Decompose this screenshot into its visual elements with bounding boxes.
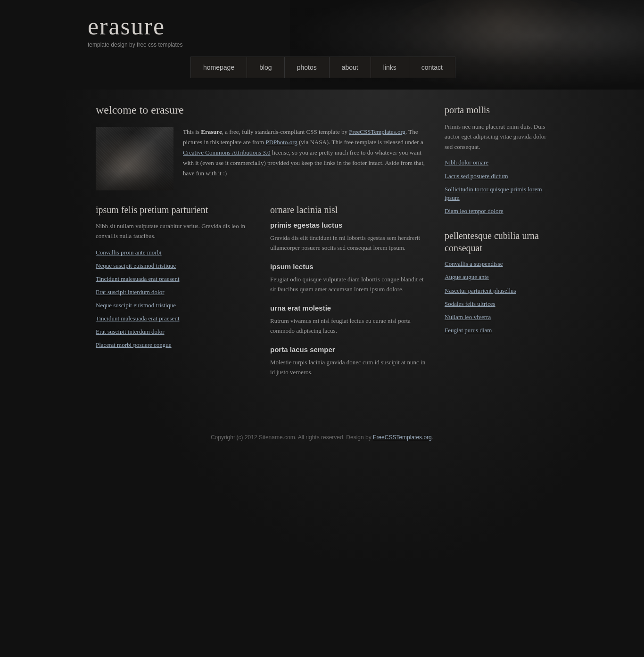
col-right-subsection: porta lacus semperMolestie turpis lacini… bbox=[270, 345, 430, 378]
page-wrapper: welcome to erasure This is Erasure, a fr… bbox=[86, 90, 558, 387]
sidebar-text: Primis nec nunc placerat enim duis. Duis… bbox=[445, 122, 548, 152]
list-item: Placerat morbi posuere congue bbox=[96, 341, 256, 349]
list-item: Nascetur parturient phasellus bbox=[445, 287, 548, 295]
nav-list: homepageblogphotosaboutlinkscontact bbox=[190, 57, 455, 78]
welcome-link1[interactable]: FreeCSSTemplates.org bbox=[349, 128, 405, 135]
col-right-subheading: primis egestas luctus bbox=[270, 221, 430, 229]
col-left-link[interactable]: Erat suscipit interdum dolor bbox=[96, 328, 165, 335]
welcome-image bbox=[96, 127, 173, 190]
col-right-subsection: primis egestas luctusGravida dis elit ti… bbox=[270, 221, 430, 253]
col-right-subtext: Feugiat odio quisque vulputate diam lobo… bbox=[270, 274, 430, 295]
main-nav: homepageblogphotosaboutlinkscontact bbox=[190, 57, 455, 78]
list-item: Augue augue ante bbox=[445, 273, 548, 281]
list-item: Tincidunt malesuada erat praesent bbox=[96, 315, 256, 322]
sidebar-section: pellentesque cubilia urna consequatConva… bbox=[445, 230, 548, 335]
list-item: Diam leo tempor dolore bbox=[445, 207, 548, 215]
nav-item-about[interactable]: about bbox=[330, 57, 371, 78]
main-content: welcome to erasure This is Erasure, a fr… bbox=[96, 90, 548, 387]
nav-item-contact[interactable]: contact bbox=[409, 57, 455, 78]
list-item: Convallis a suspendisse bbox=[445, 260, 548, 268]
nav-item-links[interactable]: links bbox=[371, 57, 409, 78]
list-item: Feugiat purus diam bbox=[445, 326, 548, 335]
sidebar-link[interactable]: Nascetur parturient phasellus bbox=[445, 287, 516, 294]
col-right-subtext: Molestie turpis lacinia gravida donec cu… bbox=[270, 357, 430, 378]
col-left-link[interactable]: Erat suscipit interdum dolor bbox=[96, 288, 165, 296]
sidebar-link[interactable]: Feugiat purus diam bbox=[445, 327, 492, 334]
col-left-link[interactable]: Tincidunt malesuada erat praesent bbox=[96, 315, 180, 322]
list-item: Sollicitudin tortor quisque primis lorem… bbox=[445, 185, 548, 202]
site-subtitle: template design by free css templates bbox=[88, 41, 182, 48]
footer-text: Copyright (c) 2012 Sitename.com. All rig… bbox=[211, 434, 373, 441]
footer-period: . bbox=[432, 434, 433, 441]
col-right-sections: primis egestas luctusGravida dis elit ti… bbox=[270, 221, 430, 378]
sidebar-links: Nibh dolor ornareLacus sed posuere dictu… bbox=[445, 158, 548, 215]
welcome-link2[interactable]: PDPhoto.org bbox=[265, 139, 297, 146]
col-left-heading: ipsum felis pretium parturient bbox=[96, 205, 256, 215]
welcome-part1: , a free, fully standards-compliant CSS … bbox=[222, 128, 349, 135]
sidebar-link[interactable]: Nibh dolor ornare bbox=[445, 159, 488, 166]
footer: Copyright (c) 2012 Sitename.com. All rig… bbox=[0, 415, 644, 455]
nav-item-homepage[interactable]: homepage bbox=[191, 57, 247, 78]
col-right-subheading: urna erat molestie bbox=[270, 304, 430, 312]
sidebar-links: Convallis a suspendisseAugue augue anteN… bbox=[445, 260, 548, 335]
welcome-part3: (via NASA). This free template is releas… bbox=[297, 139, 423, 146]
sidebar-link[interactable]: Nullam leo viverra bbox=[445, 313, 491, 320]
sidebar-section: porta mollisPrimis nec nunc placerat eni… bbox=[445, 104, 548, 215]
site-title-block: erasure template design by free css temp… bbox=[88, 14, 182, 48]
col-right-subtext: Rutrum vivamus mi nisl feugiat lectus eu… bbox=[270, 316, 430, 336]
sidebar-heading: pellentesque cubilia urna consequat bbox=[445, 230, 548, 254]
list-item: Erat suscipit interdum dolor bbox=[96, 288, 256, 296]
col-left-link[interactable]: Convallis proin ante morbi bbox=[96, 249, 162, 256]
sidebar-link[interactable]: Convallis a suspendisse bbox=[445, 260, 503, 267]
col-right-heading: ornare lacinia nisl bbox=[270, 205, 430, 215]
welcome-inner: This is Erasure, a free, fully standards… bbox=[96, 127, 430, 190]
nav-item-photos[interactable]: photos bbox=[285, 57, 330, 78]
welcome-brand: Erasure bbox=[201, 128, 222, 135]
col-right-subheading: ipsum lectus bbox=[270, 263, 430, 271]
welcome-body-intro: This is bbox=[183, 128, 201, 135]
content-left: welcome to erasure This is Erasure, a fr… bbox=[96, 104, 430, 387]
welcome-link3[interactable]: Creative Commons Attributions 3.0 bbox=[183, 149, 271, 156]
col-right: ornare lacinia nisl primis egestas luctu… bbox=[270, 205, 430, 387]
list-item: Nibh dolor ornare bbox=[445, 158, 548, 167]
two-col: ipsum felis pretium parturient Nibh sit … bbox=[96, 205, 430, 387]
col-left-links: Convallis proin ante morbiNeque suscipit… bbox=[96, 249, 256, 349]
welcome-heading: welcome to erasure bbox=[96, 104, 430, 119]
col-left-link[interactable]: Neque suscipit euismod tristique bbox=[96, 302, 176, 309]
nav-item-blog[interactable]: blog bbox=[247, 57, 284, 78]
site-title: erasure bbox=[88, 14, 182, 39]
list-item: Tincidunt malesuada erat praesent bbox=[96, 275, 256, 283]
col-right-subheading: porta lacus semper bbox=[270, 345, 430, 353]
sidebar-link[interactable]: Lacus sed posuere dictum bbox=[445, 172, 508, 180]
list-item: Convallis proin ante morbi bbox=[96, 249, 256, 256]
col-right-subsection: urna erat molestieRutrum vivamus mi nisl… bbox=[270, 304, 430, 336]
sidebar-link[interactable]: Diam leo tempor dolore bbox=[445, 207, 504, 214]
header: erasure template design by free css temp… bbox=[0, 0, 644, 90]
col-right-subtext: Gravida dis elit tincidunt in mi loborti… bbox=[270, 233, 430, 253]
list-item: Sodales felis ultrices bbox=[445, 300, 548, 308]
col-left-link[interactable]: Neque suscipit euismod tristique bbox=[96, 262, 176, 269]
list-item: Neque suscipit euismod tristique bbox=[96, 262, 256, 270]
welcome-text: This is Erasure, a free, fully standards… bbox=[183, 127, 430, 190]
sidebar-heading: porta mollis bbox=[445, 104, 548, 116]
footer-link[interactable]: FreeCSSTemplates.org bbox=[373, 434, 432, 441]
sidebar-link[interactable]: Augue augue ante bbox=[445, 273, 489, 280]
list-item: Neque suscipit euismod tristique bbox=[96, 302, 256, 309]
col-left: ipsum felis pretium parturient Nibh sit … bbox=[96, 205, 256, 387]
col-right-subsection: ipsum lectusFeugiat odio quisque vulputa… bbox=[270, 263, 430, 295]
sidebar: porta mollisPrimis nec nunc placerat eni… bbox=[445, 104, 548, 387]
list-item: Erat suscipit interdum dolor bbox=[96, 328, 256, 336]
col-left-link[interactable]: Tincidunt malesuada erat praesent bbox=[96, 275, 180, 282]
sidebar-link[interactable]: Sodales felis ultrices bbox=[445, 300, 495, 307]
list-item: Nullam leo viverra bbox=[445, 313, 548, 321]
list-item: Lacus sed posuere dictum bbox=[445, 172, 548, 181]
welcome-section: welcome to erasure This is Erasure, a fr… bbox=[96, 104, 430, 190]
sidebar-link[interactable]: Sollicitudin tortor quisque primis lorem… bbox=[445, 186, 542, 201]
col-left-text: Nibh sit nullam vulputate curabitur vari… bbox=[96, 221, 256, 241]
col-left-link[interactable]: Placerat morbi posuere congue bbox=[96, 341, 172, 348]
